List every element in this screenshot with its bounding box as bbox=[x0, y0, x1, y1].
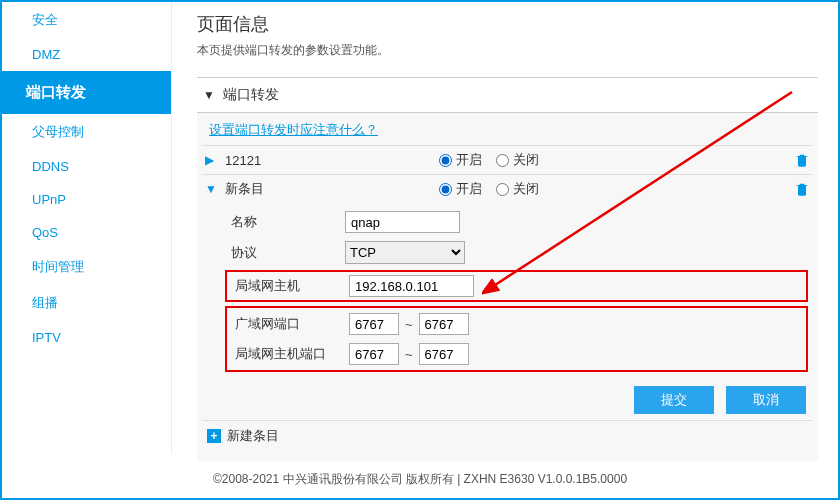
plus-icon: + bbox=[207, 429, 221, 443]
lan-host-label: 局域网主机 bbox=[229, 277, 349, 295]
lan-port-label: 局域网主机端口 bbox=[229, 345, 349, 363]
submit-button[interactable]: 提交 bbox=[634, 386, 714, 414]
sidebar: 安全 DMZ 端口转发 父母控制 DDNS UPnP QoS 时间管理 组播 I… bbox=[2, 2, 172, 454]
name-input[interactable] bbox=[345, 211, 460, 233]
radio-on-input[interactable] bbox=[439, 183, 452, 196]
lan-host-input[interactable] bbox=[349, 275, 474, 297]
protocol-label: 协议 bbox=[225, 244, 345, 262]
lan-port-from-input[interactable] bbox=[349, 343, 399, 365]
form-actions: 提交 取消 bbox=[203, 376, 812, 420]
sidebar-item-upnp[interactable]: UPnP bbox=[2, 183, 171, 216]
cancel-button[interactable]: 取消 bbox=[726, 386, 806, 414]
tilde-separator: ~ bbox=[399, 317, 419, 332]
radio-off-input[interactable] bbox=[496, 154, 509, 167]
entry-row: ▶ 12121 开启 关闭 bbox=[203, 145, 812, 174]
sidebar-item-dmz[interactable]: DMZ bbox=[2, 38, 171, 71]
sidebar-item-iptv[interactable]: IPTV bbox=[2, 321, 171, 354]
entries-panel: 设置端口转发时应注意什么？ ▶ 12121 开启 关闭 ▼ 新条目 开启 关闭 bbox=[197, 113, 818, 461]
delete-icon[interactable] bbox=[794, 152, 810, 168]
entry-name: 新条目 bbox=[219, 180, 439, 198]
sidebar-item-parental[interactable]: 父母控制 bbox=[2, 114, 171, 150]
delete-icon[interactable] bbox=[794, 181, 810, 197]
sidebar-item-qos[interactable]: QoS bbox=[2, 216, 171, 249]
radio-on[interactable]: 开启 bbox=[439, 180, 482, 198]
sidebar-item-security[interactable]: 安全 bbox=[2, 2, 171, 38]
page-title: 页面信息 bbox=[197, 12, 818, 36]
radio-off[interactable]: 关闭 bbox=[496, 151, 539, 169]
sidebar-item-port-forward[interactable]: 端口转发 bbox=[2, 71, 171, 114]
entry-row: ▼ 新条目 开启 关闭 bbox=[203, 174, 812, 203]
name-label: 名称 bbox=[225, 213, 345, 231]
wan-port-from-input[interactable] bbox=[349, 313, 399, 335]
main-content: 页面信息 本页提供端口转发的参数设置功能。 ▼ 端口转发 设置端口转发时应注意什… bbox=[187, 2, 838, 461]
wan-port-label: 广域网端口 bbox=[229, 315, 349, 333]
entry-status-radios: 开启 关闭 bbox=[439, 151, 549, 169]
protocol-select[interactable]: TCP bbox=[345, 241, 465, 264]
entry-status-radios: 开启 关闭 bbox=[439, 180, 549, 198]
entry-name: 12121 bbox=[219, 153, 439, 168]
radio-on[interactable]: 开启 bbox=[439, 151, 482, 169]
radio-on-input[interactable] bbox=[439, 154, 452, 167]
sidebar-item-time[interactable]: 时间管理 bbox=[2, 249, 171, 285]
help-link[interactable]: 设置端口转发时应注意什么？ bbox=[203, 115, 812, 145]
add-entry-label: 新建条目 bbox=[227, 427, 279, 445]
sidebar-item-multicast[interactable]: 组播 bbox=[2, 285, 171, 321]
page-desc: 本页提供端口转发的参数设置功能。 bbox=[197, 42, 818, 59]
sidebar-item-ddns[interactable]: DDNS bbox=[2, 150, 171, 183]
lan-port-to-input[interactable] bbox=[419, 343, 469, 365]
chevron-down-icon: ▼ bbox=[203, 88, 215, 102]
footer-text: ©2008-2021 中兴通讯股份有限公司 版权所有 | ZXHN E3630 … bbox=[2, 471, 838, 488]
section-header[interactable]: ▼ 端口转发 bbox=[197, 77, 818, 113]
section-title: 端口转发 bbox=[223, 86, 279, 104]
add-entry-button[interactable]: + 新建条目 bbox=[203, 420, 812, 451]
wan-port-to-input[interactable] bbox=[419, 313, 469, 335]
radio-off-input[interactable] bbox=[496, 183, 509, 196]
radio-off[interactable]: 关闭 bbox=[496, 180, 539, 198]
expand-icon[interactable]: ▶ bbox=[205, 153, 219, 167]
entry-form: 名称 协议 TCP 局域网主机 广域网端口 bbox=[203, 203, 812, 376]
tilde-separator: ~ bbox=[399, 347, 419, 362]
collapse-icon[interactable]: ▼ bbox=[205, 182, 219, 196]
